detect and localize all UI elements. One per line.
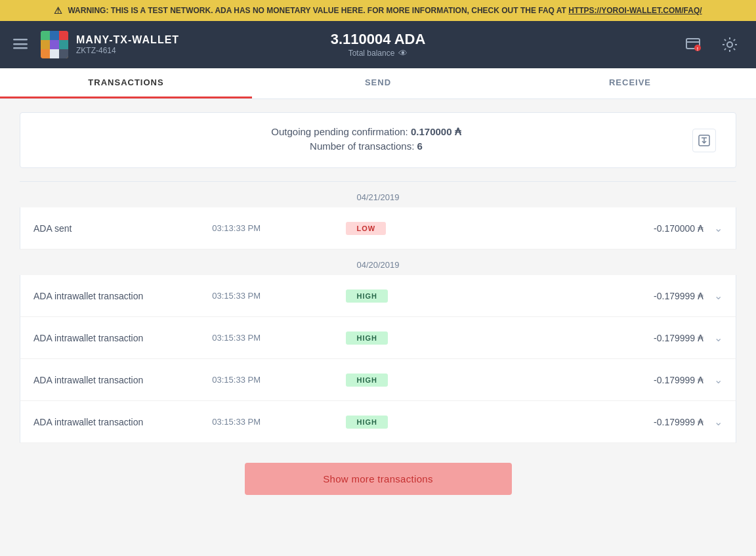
tx-count-line: Number of transactions: 6 (40, 140, 692, 152)
chevron-down-icon[interactable]: ⌄ (714, 416, 723, 428)
show-more-button[interactable]: Show more transactions (245, 463, 512, 495)
balance-label-text: Total balance (348, 49, 395, 58)
table-row: ADA sent 03:13:33 PM LOW -0.170000 ₳ ⌄ (20, 207, 736, 249)
show-more-wrap: Show more transactions (20, 463, 736, 495)
warning-banner: ⚠ WARNING: THIS IS A TEST NETWORK. ADA H… (0, 0, 756, 21)
pending-line: Outgoing pending confirmation: 0.170000 … (40, 126, 692, 138)
tab-transactions[interactable]: TRANSACTIONS (0, 68, 252, 98)
svg-line-12 (724, 39, 726, 41)
settings-icon[interactable] (717, 32, 743, 58)
notification-icon[interactable]: ! (680, 32, 706, 58)
tx-label: ADA intrawallet transaction (33, 333, 212, 343)
date-group-0421: 04/21/2019 ADA sent 03:13:33 PM LOW -0.1… (20, 182, 736, 249)
tabs: TRANSACTIONS SEND RECEIVE (0, 68, 756, 99)
tx-badge-wrap: HIGH (346, 331, 524, 345)
tx-time: 03:15:33 PM (212, 417, 346, 427)
tx-badge-high: HIGH (346, 289, 388, 303)
balance-amount: 3.110004 ADA (331, 31, 426, 48)
svg-line-15 (724, 49, 726, 50)
wallet-name: MANY-TX-WALLET (76, 34, 179, 46)
tx-label: ADA sent (33, 223, 212, 234)
menu-icon[interactable] (13, 36, 28, 53)
warning-text: WARNING: THIS IS A TEST NETWORK. ADA HAS… (68, 6, 702, 15)
tx-badge-high: HIGH (346, 374, 388, 387)
pending-label: Outgoing pending confirmation: (271, 126, 408, 137)
wallet-info: MANY-TX-WALLET ZKTZ-4614 (76, 34, 179, 55)
svg-point-7 (727, 42, 732, 47)
svg-rect-0 (13, 39, 28, 41)
warning-link[interactable]: HTTPS://YOROI-WALLET.COM/FAQ/ (568, 6, 702, 15)
header-left: MANY-TX-WALLET ZKTZ-4614 (13, 31, 257, 58)
eye-icon[interactable]: 👁 (398, 48, 408, 58)
svg-text:!: ! (697, 47, 698, 51)
tx-badge-wrap: HIGH (346, 416, 524, 429)
tx-label: ADA intrawallet transaction (33, 291, 212, 301)
tx-badge-wrap: HIGH (346, 374, 524, 387)
wallet-id: ZKTZ-4614 (76, 46, 179, 55)
chevron-down-icon[interactable]: ⌄ (714, 222, 723, 234)
svg-line-14 (734, 39, 735, 41)
tx-label: ADA intrawallet transaction (33, 417, 212, 427)
tx-amount: -0.179999 ₳ (525, 375, 704, 385)
tx-time: 03:15:33 PM (212, 333, 346, 343)
date-heading-0421: 04/21/2019 (20, 182, 736, 207)
balance-label: Total balance 👁 (348, 48, 408, 58)
table-row: ADA intrawallet transaction 03:15:33 PM … (20, 401, 736, 443)
header: MANY-TX-WALLET ZKTZ-4614 3.110004 ADA To… (0, 21, 756, 68)
chevron-down-icon[interactable]: ⌄ (714, 374, 723, 386)
export-icon[interactable] (692, 129, 716, 152)
tab-receive[interactable]: RECEIVE (504, 68, 756, 98)
avatar (41, 31, 68, 58)
svg-line-13 (734, 49, 735, 50)
pending-ada-symbol: ₳ (455, 126, 461, 137)
tx-badge-wrap: HIGH (346, 289, 524, 303)
summary-panel: Outgoing pending confirmation: 0.170000 … (20, 112, 736, 168)
warning-icon: ⚠ (54, 5, 62, 16)
tx-badge-high: HIGH (346, 331, 388, 345)
chevron-down-icon[interactable]: ⌄ (714, 289, 723, 302)
header-right: ! (499, 32, 743, 58)
tx-amount: -0.179999 ₳ (525, 417, 704, 427)
tx-count-value: 6 (417, 140, 423, 152)
tab-send[interactable]: SEND (252, 68, 504, 98)
header-center: 3.110004 ADA Total balance 👁 (257, 31, 500, 58)
tx-count-label: Number of transactions: (310, 140, 414, 152)
table-row: ADA intrawallet transaction 03:15:33 PM … (20, 359, 736, 401)
svg-rect-1 (13, 43, 28, 45)
tx-time: 03:13:33 PM (212, 223, 346, 233)
date-heading-0420: 04/20/2019 (20, 249, 736, 275)
date-group-0420: 04/20/2019 ADA intrawallet transaction 0… (20, 249, 736, 443)
tx-amount: -0.179999 ₳ (525, 291, 704, 301)
warning-message: WARNING: THIS IS A TEST NETWORK. ADA HAS… (68, 6, 566, 15)
summary-text: Outgoing pending confirmation: 0.170000 … (40, 126, 692, 154)
table-row: ADA intrawallet transaction 03:15:33 PM … (20, 275, 736, 317)
tx-badge-wrap: LOW (346, 222, 524, 235)
tx-badge-low: LOW (346, 222, 386, 235)
tx-badge-high: HIGH (346, 416, 388, 429)
tx-time: 03:15:33 PM (212, 291, 346, 301)
tx-time: 03:15:33 PM (212, 375, 346, 385)
pending-amount: 0.170000 (411, 126, 452, 137)
svg-rect-2 (13, 47, 28, 49)
table-row: ADA intrawallet transaction 03:15:33 PM … (20, 317, 736, 359)
tx-amount: -0.170000 ₳ (525, 223, 704, 234)
main-content: Outgoing pending confirmation: 0.170000 … (0, 99, 756, 556)
tx-amount: -0.179999 ₳ (525, 333, 704, 343)
chevron-down-icon[interactable]: ⌄ (714, 331, 723, 344)
tx-label: ADA intrawallet transaction (33, 375, 212, 385)
